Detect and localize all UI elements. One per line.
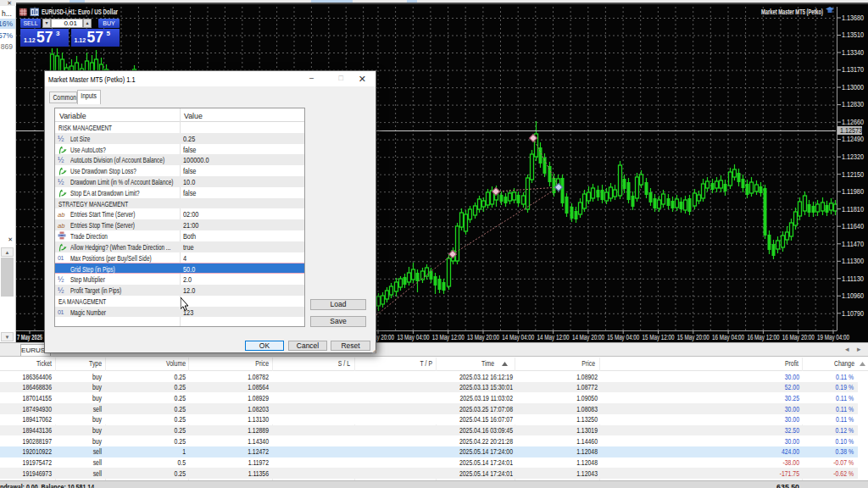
svg-text:1.13170: 1.13170 [842,65,864,74]
svg-text:14 May 12:00: 14 May 12:00 [537,333,570,341]
svg-text:14 May 04:00: 14 May 04:00 [502,333,534,341]
svg-text:1.11980: 1.11980 [842,187,864,196]
svg-text:13 May 20:00: 13 May 20:00 [467,333,499,341]
svg-text:13 May 04:00: 13 May 04:00 [397,333,429,341]
svg-text:7 May 2025: 7 May 2025 [17,333,42,341]
svg-text:15 May 20:00: 15 May 20:00 [677,333,709,341]
svg-text:1.10790: 1.10790 [842,309,864,318]
svg-text:1.12150: 1.12150 [842,170,864,179]
svg-text:1.11810: 1.11810 [842,205,864,214]
svg-text:1.12660: 1.12660 [842,118,864,126]
svg-text:16 May 04:00: 16 May 04:00 [712,333,744,341]
svg-text:15 May 12:00: 15 May 12:00 [643,333,675,341]
svg-text:1.12320: 1.12320 [842,152,864,161]
svg-text:EURUSD-i,H1: Euro / US Dollar: EURUSD-i,H1: Euro / US Dollar [42,8,119,16]
svg-text:1.12490: 1.12490 [842,135,864,143]
svg-text:1.11470: 1.11470 [842,240,864,248]
svg-text:19 May 04:00: 19 May 04:00 [817,333,849,341]
svg-text:1.12830: 1.12830 [842,100,864,108]
svg-text:1.11300: 1.11300 [842,257,864,265]
svg-text:16 May 20:00: 16 May 20:00 [782,333,815,341]
svg-text:1.13000: 1.13000 [842,83,864,92]
svg-text:1.11640: 1.11640 [842,222,864,230]
svg-text:14 May 20:00: 14 May 20:00 [572,333,604,341]
svg-text:15 May 04:00: 15 May 04:00 [607,333,639,341]
svg-text:1.12573: 1.12573 [840,126,862,135]
svg-text:13 May 12:00: 13 May 12:00 [432,333,465,341]
svg-text:16 May 12:00: 16 May 12:00 [747,333,779,341]
svg-text:1.13340: 1.13340 [842,48,864,57]
svg-text:1.10960: 1.10960 [842,291,864,300]
svg-text:1.13680: 1.13680 [842,14,864,22]
svg-text:Market Master MT5 (Petko): Market Master MT5 (Petko) [761,8,823,16]
svg-text:1.11130: 1.11130 [842,274,864,283]
svg-text:1.13510: 1.13510 [842,30,864,39]
